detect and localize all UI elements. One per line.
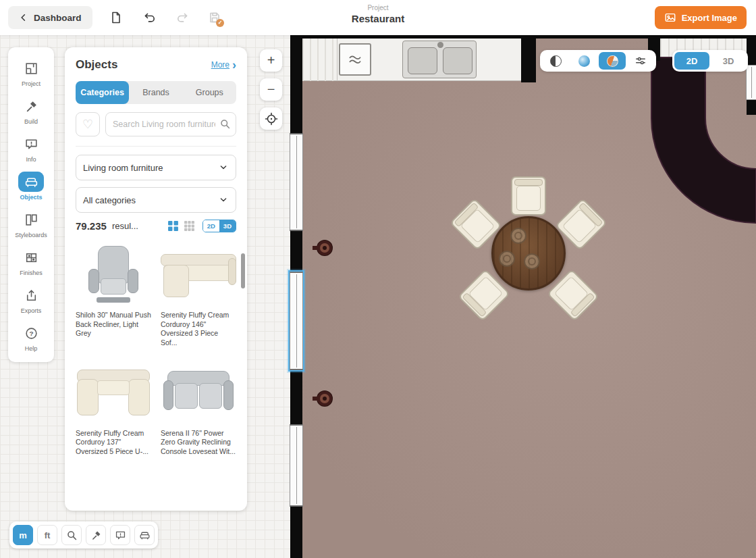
window-selected[interactable] [290, 272, 303, 370]
product-thumbnail [161, 361, 236, 424]
place-setting [510, 228, 526, 244]
view-dimension-toggle: 2D 3D [672, 50, 748, 72]
sidebar-item-build[interactable]: Build [8, 92, 54, 130]
textured-mode-button[interactable] [599, 52, 626, 70]
door-pivot[interactable] [317, 391, 332, 406]
tools-icon [90, 530, 102, 541]
view-2d-button[interactable]: 2D [674, 52, 709, 70]
heart-icon: ♡ [82, 117, 93, 132]
panel-scrollbar[interactable] [241, 253, 245, 288]
kitchen-counter[interactable] [302, 38, 521, 81]
texture-icon [607, 55, 618, 67]
sidebar-item-info[interactable]: Info [8, 130, 54, 168]
help-icon: ? [18, 323, 44, 343]
sidebar-item-label: Help [25, 345, 38, 352]
view-3d-button[interactable]: 3D [711, 52, 746, 70]
save-button[interactable]: ✓ [204, 7, 225, 28]
thumb-3d-option[interactable]: 3D [219, 220, 236, 232]
new-document-button[interactable] [105, 7, 127, 28]
sidebar-item-finishes[interactable]: Finishes [8, 243, 54, 281]
floorplan-icon [18, 58, 44, 78]
chevron-down-icon [218, 195, 229, 205]
sliders-icon [634, 55, 647, 67]
category-select[interactable]: Living room furniture [76, 155, 236, 180]
dashboard-button[interactable]: Dashboard [8, 6, 92, 29]
unit-feet-button[interactable]: ft [37, 525, 57, 545]
save-status-badge: ✓ [216, 19, 224, 27]
app-window: Dashboard ✓ Project Restaurant [0, 0, 756, 558]
window[interactable] [290, 133, 303, 231]
unit-meters-button[interactable]: m [13, 525, 33, 545]
product-card[interactable]: Shiloh 30" Manual Push Back Recliner, Li… [76, 243, 151, 348]
top-bar: Dashboard ✓ Project Restaurant [0, 0, 756, 35]
subcategory-select[interactable]: All categories [76, 187, 236, 213]
tab-brands[interactable]: Brands [129, 81, 182, 104]
chevron-right-icon: › [232, 61, 236, 69]
sidebar-item-label: Info [26, 156, 36, 163]
redo-icon [176, 11, 189, 24]
render-mode-group [540, 50, 656, 72]
sidebar-item-styleboards[interactable]: Styleboards [8, 205, 54, 243]
crosshair-icon [265, 112, 278, 126]
styleboard-icon [18, 209, 44, 230]
sofa-icon [139, 530, 151, 541]
contrast-mode-button[interactable] [542, 52, 569, 70]
window-right[interactable] [746, 65, 756, 100]
cooktop[interactable] [339, 43, 371, 76]
export-image-button[interactable]: Export Image [655, 6, 747, 29]
sectional-art [161, 250, 236, 299]
search-icon [219, 118, 231, 130]
thumb-2d3d-toggle[interactable]: 2D 3D [202, 220, 236, 232]
chevron-down-icon [218, 162, 229, 173]
product-card[interactable]: Serenity Fluffy Cream Corduroy 137" Over… [76, 361, 151, 457]
more-label: More [211, 60, 230, 70]
sidebar-item-label: Exports [21, 307, 42, 314]
shaded-mode-button[interactable] [570, 52, 597, 70]
product-card[interactable]: Serenity Fluffy Cream Corduroy 146" Over… [161, 243, 236, 348]
kitchen-sink[interactable] [402, 41, 477, 78]
undo-icon [143, 11, 157, 24]
build-tools-button[interactable] [86, 525, 106, 545]
divider [76, 146, 236, 147]
center-view-button[interactable] [260, 107, 282, 130]
wall-kitchen[interactable] [521, 35, 536, 82]
product-card[interactable]: Serena II 76" Power Zero Gravity Reclini… [161, 361, 236, 457]
sidebar-item-label: Styleboards [15, 232, 47, 238]
product-name: Serena II 76" Power Zero Gravity Reclini… [161, 429, 236, 457]
svg-text:?: ? [29, 330, 33, 337]
bottom-toolbar: m ft [9, 522, 158, 549]
place-setting [499, 251, 515, 267]
furniture-button[interactable] [134, 525, 155, 545]
grid-3x3-view-icon[interactable] [184, 220, 195, 232]
dashboard-label: Dashboard [34, 13, 82, 23]
sidebar-item-objects[interactable]: Objects [8, 168, 54, 205]
project-label: Project [352, 4, 404, 11]
tab-categories[interactable]: Categories [76, 81, 129, 104]
grid-2x2-view-icon[interactable] [167, 220, 179, 232]
notes-button[interactable] [110, 525, 130, 545]
display-settings-button[interactable] [627, 52, 654, 70]
floor-area[interactable] [302, 38, 756, 558]
sidebar-item-label: Project [22, 80, 40, 87]
sidebar-item-exports[interactable]: Exports [8, 281, 54, 319]
project-title-block: Project Restaurant [352, 4, 404, 24]
sidebar-item-project[interactable]: Project [8, 54, 54, 92]
thumb-2d-option[interactable]: 2D [203, 220, 219, 232]
zoom-in-button[interactable]: + [260, 49, 282, 72]
export-icon [18, 285, 44, 305]
export-image-label: Export Image [682, 13, 737, 23]
dining-chair[interactable] [511, 176, 546, 215]
favorites-button[interactable]: ♡ [76, 112, 100, 136]
more-link[interactable]: More › [211, 60, 236, 70]
window[interactable] [290, 424, 303, 507]
zoom-out-button[interactable]: − [260, 78, 282, 101]
search-input[interactable] [105, 112, 236, 136]
sidebar-item-help[interactable]: ? Help [8, 319, 54, 357]
tab-groups[interactable]: Groups [183, 81, 236, 104]
door-pivot[interactable] [317, 240, 332, 255]
product-thumbnail [76, 361, 151, 424]
redo-button[interactable] [171, 7, 193, 28]
info-bubble-icon [18, 134, 44, 154]
magnifier-button[interactable] [61, 525, 82, 545]
undo-button[interactable] [139, 7, 161, 28]
